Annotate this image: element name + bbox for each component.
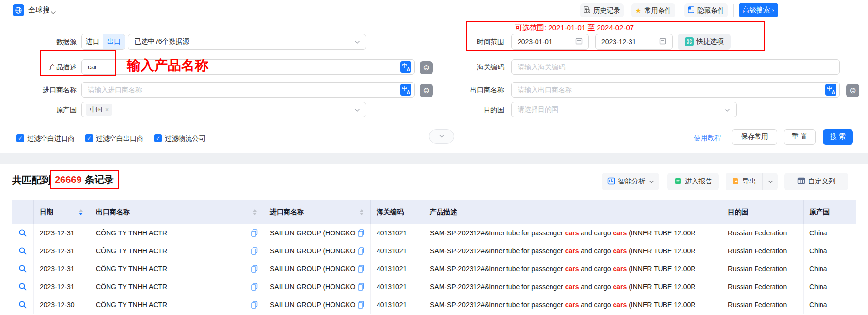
toggle-import[interactable]: 进口 bbox=[82, 34, 103, 49]
save-common-button[interactable]: 保存常用 bbox=[732, 129, 777, 145]
datasource-value: 已选中76个数据源 bbox=[128, 37, 354, 46]
sort-asc-icon[interactable] bbox=[253, 209, 257, 212]
hide-conditions-label: 隐藏条件 bbox=[697, 6, 725, 15]
chevron-down-icon bbox=[649, 180, 654, 183]
synonym-search-icon[interactable]: ⊜ bbox=[420, 84, 433, 97]
app-switcher-chevron-icon[interactable] bbox=[50, 8, 56, 17]
desc-text: (INNER TUBE 12.00R bbox=[627, 229, 695, 237]
collapse-panel-icon bbox=[688, 6, 694, 15]
copy-icon[interactable] bbox=[251, 301, 258, 309]
copy-icon[interactable] bbox=[251, 247, 258, 255]
collapse-form-button[interactable] bbox=[429, 129, 454, 144]
translate-icon[interactable]: 中A bbox=[400, 61, 411, 73]
exporter-input[interactable] bbox=[512, 83, 825, 97]
chevron-down-icon bbox=[725, 105, 730, 114]
reset-button[interactable]: 重 置 bbox=[784, 129, 816, 145]
row-product-desc: SAM-SP-202312#&Inner tube for passenger … bbox=[424, 296, 722, 314]
row-detail-cell bbox=[12, 242, 34, 260]
row-destination: Russian Federation bbox=[722, 242, 804, 260]
copy-icon[interactable] bbox=[251, 283, 258, 291]
sort-control[interactable] bbox=[79, 209, 83, 215]
hide-conditions-button[interactable]: 隐藏条件 bbox=[684, 3, 728, 17]
end-date-input[interactable] bbox=[596, 34, 659, 49]
export-label: 导出 bbox=[742, 177, 756, 186]
copy-icon[interactable] bbox=[358, 229, 364, 237]
row-importer-cell: SAILUN GROUP (HONGKO bbox=[264, 242, 371, 260]
row-date: 2023-12-31 bbox=[34, 260, 90, 278]
tutorial-link[interactable]: 使用教程 bbox=[694, 134, 721, 143]
custom-columns-button[interactable]: 自定义列 bbox=[784, 173, 848, 190]
view-detail-magnifier-icon[interactable] bbox=[18, 265, 27, 273]
section-divider bbox=[0, 153, 868, 164]
copy-icon[interactable] bbox=[251, 265, 258, 273]
product-desc-label: 产品描述 bbox=[19, 59, 77, 75]
keyword-highlight: cars bbox=[613, 247, 627, 255]
ai-analysis-button[interactable]: 智能分析 bbox=[602, 173, 659, 190]
sort-asc-icon[interactable] bbox=[79, 209, 83, 212]
sort-desc-icon[interactable] bbox=[360, 213, 363, 215]
origin-country-label: 原产国 bbox=[19, 102, 77, 117]
favorites-button[interactable]: ★ 常用条件 bbox=[631, 3, 675, 17]
synonym-search-icon[interactable]: ⊜ bbox=[420, 61, 433, 74]
row-origin: China bbox=[804, 278, 856, 296]
row-exporter-cell: CÔNG TY TNHH ACTR bbox=[90, 260, 264, 278]
filter-blank-exporter-option[interactable]: ✓ 过滤空白出口商 bbox=[85, 133, 143, 143]
custom-columns-label: 自定义列 bbox=[808, 177, 836, 186]
row-exporter-cell: CÔNG TY TNHH ACTR bbox=[90, 278, 264, 296]
sort-asc-icon[interactable] bbox=[360, 209, 363, 212]
copy-icon[interactable] bbox=[251, 229, 258, 237]
search-button[interactable]: 搜 索 bbox=[823, 129, 853, 145]
checkbox-checked-icon[interactable]: ✓ bbox=[16, 134, 24, 142]
origin-country-select[interactable]: 中国× bbox=[81, 102, 366, 117]
checkbox-checked-icon[interactable]: ✓ bbox=[154, 134, 162, 142]
hs-code-field[interactable] bbox=[511, 59, 840, 75]
row-importer-cell: SAILUN GROUP (HONGKO bbox=[264, 260, 371, 278]
start-date-field[interactable] bbox=[511, 34, 589, 50]
copy-icon[interactable] bbox=[358, 247, 364, 255]
export-dropdown-button[interactable] bbox=[762, 173, 778, 190]
filter-blank-importer-option[interactable]: ✓ 过滤空白进口商 bbox=[16, 133, 75, 143]
end-date-field[interactable] bbox=[595, 34, 673, 50]
product-desc-input[interactable] bbox=[82, 60, 400, 74]
view-detail-magnifier-icon[interactable] bbox=[18, 282, 27, 291]
quick-options-button[interactable]: ⌘ 快捷选项 bbox=[678, 34, 731, 50]
toggle-export[interactable]: 出口 bbox=[103, 34, 125, 49]
filter-logistics-option[interactable]: ✓ 过滤物流公司 bbox=[154, 133, 205, 143]
copy-icon[interactable] bbox=[358, 265, 364, 273]
hs-code-input[interactable] bbox=[512, 60, 839, 74]
keyword-highlight: cars bbox=[613, 229, 627, 237]
desc-text: SAM-SP-202312#&Inner tube for passenger bbox=[430, 247, 565, 255]
view-detail-magnifier-icon[interactable] bbox=[18, 229, 27, 237]
remove-tag-icon[interactable]: × bbox=[105, 106, 109, 113]
importer-field[interactable]: 中A bbox=[81, 82, 415, 98]
enter-report-button[interactable]: 进入报告 bbox=[667, 173, 719, 190]
columns-icon bbox=[797, 177, 805, 186]
row-exporter-cell: CÔNG TY TNHH ACTR bbox=[90, 296, 264, 314]
copy-icon[interactable] bbox=[358, 301, 364, 309]
datasource-select[interactable]: 已选中76个数据源 bbox=[128, 34, 366, 50]
advanced-search-button[interactable]: 高级搜索 › bbox=[739, 3, 778, 17]
history-button[interactable]: 历史记录 bbox=[580, 3, 624, 17]
start-date-input[interactable] bbox=[512, 34, 575, 49]
sort-desc-icon[interactable] bbox=[253, 213, 257, 215]
view-detail-magnifier-icon[interactable] bbox=[18, 300, 27, 309]
importer-input[interactable] bbox=[82, 83, 400, 97]
exporter-field[interactable]: 中A bbox=[511, 82, 840, 98]
translate-icon[interactable]: 中A bbox=[400, 84, 411, 96]
translate-icon[interactable]: 中A bbox=[825, 84, 836, 96]
synonym-search-icon[interactable]: ⊜ bbox=[846, 84, 859, 97]
keyword-highlight: cars bbox=[565, 247, 579, 255]
row-detail-cell bbox=[12, 260, 34, 278]
row-importer: SAILUN GROUP (HONGKO bbox=[270, 301, 355, 309]
copy-icon[interactable] bbox=[358, 283, 364, 291]
sort-desc-icon[interactable] bbox=[79, 213, 83, 215]
checkbox-checked-icon[interactable]: ✓ bbox=[85, 134, 93, 142]
export-button[interactable]: 导出 bbox=[726, 173, 762, 190]
view-detail-magnifier-icon[interactable] bbox=[18, 247, 27, 255]
row-destination: Russian Federation bbox=[722, 260, 804, 278]
sort-control[interactable] bbox=[253, 209, 257, 215]
product-desc-field[interactable]: 中A bbox=[81, 59, 415, 75]
destination-select[interactable]: 请选择目的国 bbox=[511, 102, 737, 117]
sort-control[interactable] bbox=[360, 209, 363, 215]
quick-options-label: 快捷选项 bbox=[696, 37, 724, 46]
